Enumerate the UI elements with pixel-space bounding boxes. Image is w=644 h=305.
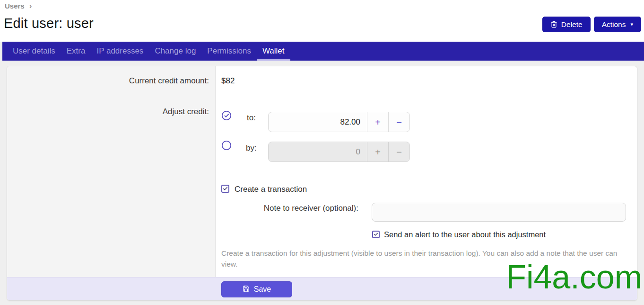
adjust-to-decrement-button[interactable]: − [388,112,409,132]
chevron-down-icon: ▾ [630,21,633,27]
page-title: Edit user: user [4,16,94,31]
tab-permissions[interactable]: Permissions [201,42,257,61]
note-to-receiver-label: Note to receiver (optional): [187,204,358,213]
adjust-by-decrement-button[interactable]: − [388,142,409,161]
current-credit-label: Current credit amount: [7,76,209,86]
tab-bar: User details Extra IP addresses Change l… [2,42,644,61]
watermark: Fi4a.com [506,260,642,294]
page-header: Users › Edit user: user Delete Actions ▾ [0,0,644,42]
send-alert-checkbox[interactable] [372,231,380,238]
delete-button[interactable]: Delete [542,17,591,32]
radio-adjust-to[interactable] [221,110,232,121]
breadcrumb-users[interactable]: Users [5,2,25,10]
create-transaction-label: Create a transaction [235,185,307,194]
save-button-label: Save [254,285,271,294]
current-credit-value: $82 [221,76,235,86]
adjust-by-input[interactable] [269,142,367,161]
create-transaction-checkbox[interactable] [221,185,229,193]
chevron-right-icon: › [29,2,32,10]
tab-ip-addresses[interactable]: IP addresses [91,42,149,61]
header-actions: Delete Actions ▾ [542,17,641,32]
actions-button[interactable]: Actions ▾ [594,17,641,32]
adjust-to-increment-button[interactable]: + [367,112,388,132]
adjust-to-stepper: + − [268,112,410,132]
breadcrumb: Users › [5,2,32,10]
tab-change-log[interactable]: Change log [149,42,201,61]
save-button[interactable]: Save [221,281,292,297]
page: Users › Edit user: user Delete Actions ▾… [0,0,644,305]
trash-icon [550,21,557,28]
label-column [7,66,216,278]
adjust-to-label: to: [247,113,256,123]
tab-user-details[interactable]: User details [7,42,61,61]
adjust-to-input[interactable] [269,112,367,132]
radio-adjust-by[interactable] [221,140,232,151]
adjust-credit-label: Adjust credit: [7,107,209,117]
tab-extra[interactable]: Extra [61,42,91,61]
tab-wallet[interactable]: Wallet [257,42,290,61]
adjust-by-stepper: + − [268,142,410,162]
adjust-by-label: by: [246,144,257,153]
delete-button-label: Delete [561,20,583,29]
send-alert-label: Send an alert to the user about this adj… [384,230,546,239]
save-icon [243,285,250,294]
actions-button-label: Actions [602,20,626,29]
note-to-receiver-input[interactable] [372,203,626,222]
adjust-by-increment-button[interactable]: + [367,142,388,161]
